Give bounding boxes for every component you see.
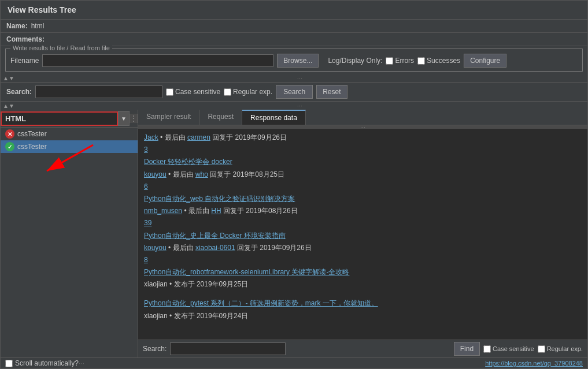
tab-request[interactable]: Request bbox=[199, 110, 242, 125]
search-input[interactable] bbox=[35, 85, 162, 98]
name-row: Name: html bbox=[1, 20, 587, 33]
filename-label: Filename bbox=[10, 57, 39, 65]
response-entry-1: 3 bbox=[144, 144, 582, 155]
left-panel: HTML ▼ ⋮ ✕ cssTester bbox=[1, 110, 138, 357]
bottom-search-label: Search: bbox=[143, 345, 167, 353]
tree-dropdown-button[interactable]: ▼ bbox=[118, 111, 130, 126]
link-8[interactable]: 8 bbox=[144, 255, 582, 266]
bottom-search-input[interactable] bbox=[170, 342, 286, 355]
main-area: HTML ▼ ⋮ ✕ cssTester bbox=[1, 110, 587, 357]
bottom-search-left: Search: bbox=[143, 342, 286, 355]
link-nmb[interactable]: nmb_musen bbox=[144, 207, 182, 215]
tree-item-label-red: cssTester bbox=[17, 130, 47, 138]
find-button[interactable]: Find bbox=[454, 342, 480, 356]
tree-header: HTML ▼ ⋮ bbox=[1, 110, 138, 128]
tree-items: ✕ cssTester ✓ cssTester bbox=[1, 128, 138, 357]
successes-check[interactable]: Successes bbox=[417, 57, 460, 65]
tab-response-data[interactable]: Response data bbox=[242, 110, 306, 125]
collapse-bar-top[interactable]: ▲▼ ··· bbox=[1, 74, 587, 82]
successes-checkbox[interactable] bbox=[417, 57, 425, 65]
window-title: View Results Tree bbox=[8, 5, 76, 14]
status-icon-red: ✕ bbox=[5, 129, 14, 139]
tab-sampler-result[interactable]: Sampler result bbox=[138, 110, 199, 125]
auto-scroll-check: Scroll automatically? bbox=[5, 359, 79, 367]
errors-checkbox[interactable] bbox=[386, 57, 393, 65]
link-kouyou-1[interactable]: kouyou bbox=[144, 170, 167, 178]
tree-splitter: ⋮ bbox=[130, 114, 138, 123]
errors-check[interactable]: Errors bbox=[386, 57, 414, 65]
link-jack[interactable]: Jack bbox=[144, 133, 158, 141]
footer-url[interactable]: https://blog.csdn.net/qq_37908248 bbox=[485, 360, 583, 367]
tree-header-label: HTML bbox=[1, 111, 118, 126]
comments-label: Comments: bbox=[6, 35, 45, 43]
response-entry-11: Python自动化_robotframework-seleniumLibrary… bbox=[144, 267, 582, 278]
link-python-docker[interactable]: Python自动化_史上最全 Docker 环境安装指南 bbox=[144, 232, 286, 240]
link-hh[interactable]: HH bbox=[211, 207, 221, 215]
link-python-robot[interactable]: Python自动化_robotframework-seleniumLibrary… bbox=[144, 268, 349, 276]
bottom-case-sensitive-check[interactable]: Case sensitive bbox=[483, 345, 534, 353]
status-icon-green: ✓ bbox=[5, 142, 14, 151]
name-label: Name: bbox=[6, 22, 28, 30]
bottom-regular-exp-checkbox[interactable] bbox=[538, 345, 545, 353]
tree-item-csstester-green[interactable]: ✓ cssTester bbox=[1, 140, 138, 153]
collapse-arrow-top: ▲▼ bbox=[3, 75, 14, 81]
link-python-pytest[interactable]: Python自动化_pytest 系列（二）- 筛选用例新姿势，mark 一下，… bbox=[144, 299, 378, 307]
search-row: Search: Case sensitive Regular exp. Sear… bbox=[1, 82, 587, 102]
link-3[interactable]: 3 bbox=[144, 144, 582, 155]
filename-input[interactable] bbox=[42, 54, 273, 67]
divider-dots-top: ··· bbox=[14, 74, 585, 81]
response-entry-5: Python自动化_web 自动化之验证码识别解决方案 bbox=[144, 193, 582, 204]
collapse-arrow-2: ▲▼ bbox=[3, 103, 14, 109]
tree-item-label-green: cssTester bbox=[17, 143, 47, 151]
collapse-bar-2[interactable]: ▲▼ ··· bbox=[1, 102, 587, 110]
response-entry-4: 6 bbox=[144, 181, 582, 192]
response-content: Jack • 最后由 carmen 回复于 2019年09月26日 3 Dock… bbox=[138, 129, 587, 340]
configure-button[interactable]: Configure bbox=[464, 54, 506, 68]
reset-button[interactable]: Reset bbox=[316, 85, 347, 99]
link-kouyou-2[interactable]: kouyou bbox=[144, 244, 167, 252]
link-docker-easy[interactable]: Docker 轻轻松松学会 docker bbox=[144, 158, 232, 166]
search-button[interactable]: Search bbox=[276, 85, 313, 99]
name-value: html bbox=[31, 22, 45, 30]
auto-scroll-checkbox[interactable] bbox=[5, 360, 13, 367]
response-entry-7: 39 bbox=[144, 218, 582, 229]
link-xiaobai[interactable]: xiaobai-0601 bbox=[195, 244, 235, 252]
tree-item-csstester-red[interactable]: ✕ cssTester bbox=[1, 128, 138, 140]
bottom-search-right: Find Case sensitive Regular exp. bbox=[454, 342, 583, 356]
tabs-bar: Sampler result Request Response data bbox=[138, 110, 587, 125]
case-sensitive-checkbox[interactable] bbox=[166, 88, 173, 96]
file-section: Write results to file / Read from file F… bbox=[5, 49, 583, 72]
file-row: Filename Browse... Log/Display Only: Err… bbox=[10, 54, 578, 68]
text-xiaojian-1: xiaojian • 发布于 2019年09月25日 bbox=[144, 280, 248, 288]
response-entry-9: kouyou • 最后由 xiaobai-0601 回复于 2019年09月26… bbox=[144, 243, 582, 254]
regular-exp-check[interactable]: Regular exp. bbox=[224, 88, 272, 96]
main-window: View Results Tree Name: html Comments: W… bbox=[0, 0, 588, 369]
response-entry-8: Python自动化_史上最全 Docker 环境安装指南 bbox=[144, 230, 582, 241]
link-who[interactable]: who bbox=[195, 170, 208, 178]
tree-header-wrapper: HTML bbox=[1, 111, 118, 126]
auto-scroll-label: Scroll automatically? bbox=[15, 359, 79, 367]
browse-button[interactable]: Browse... bbox=[277, 54, 319, 68]
link-39[interactable]: 39 bbox=[144, 218, 582, 229]
right-panel: Sampler result Request Response data ···… bbox=[138, 110, 587, 357]
response-entry-12: xiaojian • 发布于 2019年09月25日 bbox=[144, 279, 582, 290]
text-xiaojian-2: xiaojian • 发布于 2019年09月24日 bbox=[144, 312, 248, 320]
bottom-search-row: Search: Find Case sensitive Regular exp. bbox=[138, 340, 587, 357]
link-python-web[interactable]: Python自动化_web 自动化之验证码识别解决方案 bbox=[144, 195, 295, 203]
footer-bar: Scroll automatically? ··· https://blog.c… bbox=[1, 357, 587, 368]
case-sensitive-check[interactable]: Case sensitive bbox=[166, 88, 220, 96]
bottom-regular-exp-check[interactable]: Regular exp. bbox=[538, 345, 583, 353]
response-entry-6: nmb_musen • 最后由 HH 回复于 2019年08月26日 bbox=[144, 206, 582, 217]
response-entry-blank bbox=[144, 291, 582, 297]
link-carmen[interactable]: carmen bbox=[187, 133, 210, 141]
footer-dots: ··· bbox=[79, 359, 84, 367]
file-section-legend: Write results to file / Read from file bbox=[10, 44, 112, 51]
bottom-case-sensitive-checkbox[interactable] bbox=[483, 345, 491, 353]
response-entry-0: Jack • 最后由 carmen 回复于 2019年09月26日 bbox=[144, 132, 582, 143]
response-entry-2: Docker 轻轻松松学会 docker bbox=[144, 156, 582, 167]
divider-dots-2: ··· bbox=[14, 102, 585, 109]
response-entry-15: xiaojian • 发布于 2019年09月24日 bbox=[144, 311, 582, 322]
link-6[interactable]: 6 bbox=[144, 181, 582, 192]
log-display-label: Log/Display Only: bbox=[328, 57, 382, 65]
regular-exp-checkbox[interactable] bbox=[224, 88, 231, 96]
